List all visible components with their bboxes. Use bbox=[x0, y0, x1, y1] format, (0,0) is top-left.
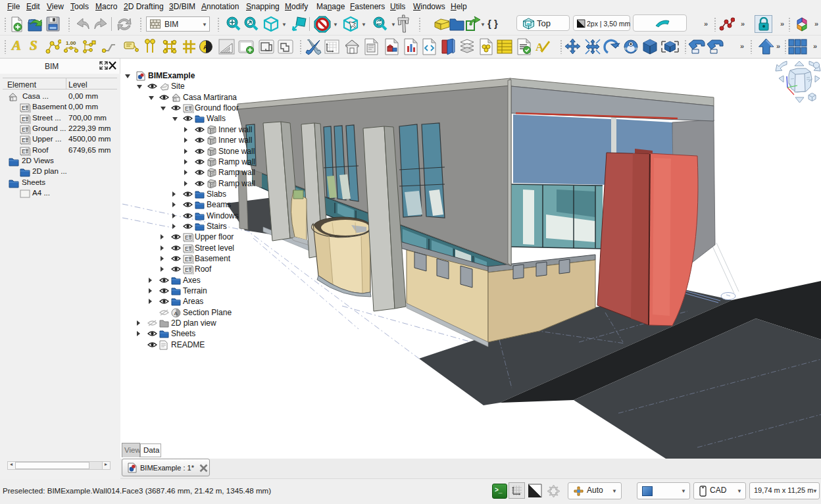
svg-text:E: E bbox=[22, 126, 26, 133]
svg-text:A: A bbox=[174, 311, 178, 316]
svg-text:E: E bbox=[22, 116, 26, 122]
svg-text:E: E bbox=[22, 148, 26, 155]
svg-text:E: E bbox=[185, 234, 189, 241]
svg-text:E: E bbox=[185, 105, 189, 112]
svg-text:A: A bbox=[203, 44, 208, 51]
svg-text:E: E bbox=[22, 105, 26, 111]
svg-text:E: E bbox=[185, 266, 189, 273]
svg-text:1.00: 1.00 bbox=[66, 40, 76, 46]
svg-text:E: E bbox=[185, 256, 189, 263]
svg-text:E: E bbox=[22, 137, 26, 143]
svg-text:E: E bbox=[185, 245, 189, 252]
